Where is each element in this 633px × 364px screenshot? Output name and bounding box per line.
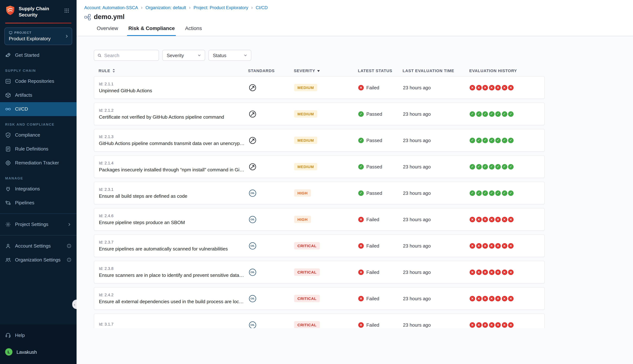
sidebar-item-rule-definitions[interactable]: Rule Definitions (0, 142, 76, 156)
breadcrumb-separator (251, 5, 253, 10)
column-header-rule[interactable]: RULE (94, 68, 248, 73)
tab-risk-and-compliance[interactable]: Risk & Compliance (127, 25, 176, 36)
sidebar-item-organization-settings[interactable]: Organization Settings (0, 253, 76, 267)
sidebar-item-help[interactable]: Help (0, 328, 76, 342)
status-label: Failed (366, 296, 379, 301)
sidebar-item-artifacts[interactable]: Artifacts (0, 88, 76, 102)
evaluation-history-cell: ✓✓✓✓✓✓✓ (470, 111, 544, 117)
code-repository-icon (5, 78, 11, 84)
sidebar-item-remediation-tracker[interactable]: Remediation Tracker (0, 156, 76, 170)
search-box[interactable] (94, 50, 159, 61)
sidebar-item-code-repositories[interactable]: Code Repositories (0, 74, 76, 88)
column-header-evaluation-history[interactable]: EVALUATION HISTORY (469, 68, 545, 73)
evaluation-history-cell: ✓✓✓✓✓✓✓ (470, 164, 544, 169)
breadcrumb-organization-link[interactable]: Organization: default (146, 5, 186, 10)
rule-definitions-icon (5, 146, 11, 152)
history-fail-icon: × (508, 85, 514, 90)
severity-badge: CRITICAL (294, 268, 320, 276)
breadcrumb-cicd-link[interactable]: CI/CD (256, 5, 268, 10)
tab-overview[interactable]: Overview (96, 25, 119, 36)
breadcrumb-separator (141, 5, 143, 10)
history-fail-icon: × (508, 216, 514, 222)
history-pass-icon: ✓ (508, 164, 514, 169)
sidebar-item-integrations[interactable]: Integrations (0, 182, 76, 196)
tab-actions[interactable]: Actions (184, 25, 203, 36)
breadcrumb-project-link[interactable]: Project: Product Exploratory (194, 5, 248, 10)
breadcrumb-account-link[interactable]: Account: Automation-SSCA (84, 5, 138, 10)
status-icon: ✓ (358, 138, 364, 143)
severity-filter-dropdown[interactable]: Severity (162, 50, 205, 61)
table-row[interactable]: Id: 2.1.2 Certificate not verified by Gi… (94, 102, 545, 125)
history-pass-icon: ✓ (482, 111, 488, 117)
module-grid-icon[interactable] (64, 8, 69, 13)
sidebar-item-compliance[interactable]: Compliance (0, 128, 76, 142)
sidebar-item-get-started[interactable]: Get Started (0, 48, 76, 62)
latest-status-cell: × Failed (358, 296, 403, 301)
severity-cell: HIGH (294, 189, 358, 197)
rule-id: Id: 2.1.2 (99, 108, 248, 112)
sidebar-item-label: Code Repositories (15, 78, 54, 84)
shield-logo-icon (5, 5, 16, 16)
user-profile[interactable]: L Lavakush (0, 345, 76, 359)
tab-bar: Overview Risk & Compliance Actions (96, 25, 633, 36)
project-name: Product Exploratory (9, 36, 64, 42)
last-evaluation-time-cell: 23 hours ago (403, 85, 470, 90)
table-row[interactable]: Id: 2.1.4 Packages insecurely installed … (94, 155, 545, 178)
sidebar-item-cicd[interactable]: CI/CD (0, 102, 76, 116)
table-row[interactable]: Id: 2.3.7 Ensure pipelines are automatic… (94, 234, 545, 257)
column-header-latest-status[interactable]: LATEST STATUS (358, 68, 402, 73)
history-pass-icon: ✓ (489, 164, 494, 169)
history-fail-icon: × (502, 243, 507, 248)
app-logo: Supply Chain Security (0, 0, 76, 22)
sidebar-item-project-settings[interactable]: Project Settings (0, 218, 76, 232)
severity-badge: MEDIUM (294, 110, 317, 118)
gear-icon (5, 222, 11, 228)
status-label: Failed (366, 85, 379, 90)
pipeline-file-icon (84, 14, 91, 20)
rule-id: Id: 2.4.6 (99, 214, 248, 218)
table-row[interactable]: Id: 2.1.3 GitHub Actions pipeline comman… (94, 129, 545, 152)
sidebar-item-label: Remediation Tracker (15, 160, 59, 166)
history-fail-icon: × (476, 85, 482, 90)
table-row[interactable]: Id: 2.3.1 Ensure all build steps are def… (94, 182, 545, 204)
history-fail-icon: × (495, 85, 501, 90)
column-header-severity[interactable]: SEVERITY (294, 68, 358, 73)
history-fail-icon: × (489, 216, 494, 222)
last-evaluation-time-cell: 23 hours ago (403, 164, 470, 169)
project-selector[interactable]: PROJECT Product Exploratory (4, 28, 72, 45)
history-fail-icon: × (470, 269, 475, 275)
last-evaluation-time-cell: 23 hours ago (403, 322, 470, 328)
table-row[interactable]: Id: 2.4.2 Ensure all external dependenci… (94, 287, 545, 310)
sidebar-divider (0, 214, 76, 214)
project-selector-label: PROJECT (9, 31, 64, 34)
compliance-shield-icon (5, 132, 11, 138)
severity-badge: CRITICAL (294, 242, 320, 250)
table-row[interactable]: Id: 2.3.8 Ensure scanners are in place t… (94, 261, 545, 284)
table-row[interactable]: Id: 3.1.7 CIS. CRITICAL × Failed 23 hour… (94, 314, 545, 328)
rocket-icon (5, 52, 11, 58)
sidebar-collapse-handle[interactable]: ‹ (72, 300, 76, 309)
column-header-standards[interactable]: STANDARDS (248, 68, 294, 73)
column-header-last-evaluation-time[interactable]: LAST EVALUATION TIME (402, 68, 469, 73)
history-pass-icon: ✓ (502, 164, 507, 169)
github-actions-icon (248, 83, 257, 92)
table-row[interactable]: Id: 2.1.1 Unpinned GitHub Actions CIS. M… (94, 76, 545, 99)
status-filter-dropdown[interactable]: Status (208, 50, 251, 61)
rule-cell: Id: 2.1.3 GitHub Actions pipeline comman… (94, 134, 248, 146)
sidebar-item-account-settings[interactable]: Account Settings (0, 239, 76, 253)
history-fail-icon: × (476, 322, 482, 328)
evaluation-history-cell: ××××××× (470, 216, 544, 222)
table-row[interactable]: Id: 2.4.6 Ensure pipeline steps produce … (94, 208, 545, 231)
sidebar-item-label: Integrations (15, 186, 40, 192)
status-label: Failed (366, 269, 379, 275)
last-evaluation-time-cell: 23 hours ago (403, 111, 470, 117)
severity-cell: CRITICAL (294, 295, 358, 302)
rule-id: Id: 2.1.1 (99, 82, 248, 86)
status-icon: ✓ (358, 190, 364, 196)
search-input[interactable] (104, 52, 155, 58)
sidebar-item-pipelines[interactable]: Pipelines (0, 196, 76, 210)
svg-text:CIS.: CIS. (250, 297, 254, 300)
sidebar-item-label: Get Started (15, 52, 40, 58)
github-actions-icon (248, 110, 257, 118)
last-evaluation-time-cell: 23 hours ago (403, 243, 470, 248)
